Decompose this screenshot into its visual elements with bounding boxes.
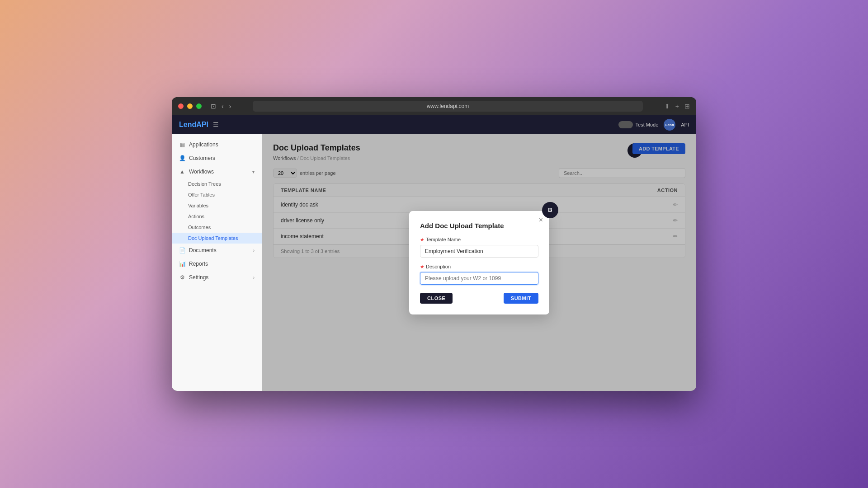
sidebar-item-documents[interactable]: 📄 Documents › [172, 244, 262, 257]
sidebar-subitem-variables[interactable]: Variables [172, 200, 262, 211]
description-input[interactable] [420, 272, 538, 285]
reports-icon: 📊 [179, 261, 185, 267]
sidebar-item-label: Reports [189, 261, 208, 267]
maximize-window-button[interactable] [196, 103, 202, 109]
actions-label: Actions [188, 214, 204, 219]
user-initials: Lend [665, 123, 674, 127]
app-header: LendAPI ☰ Test Mode Lend API [172, 115, 696, 134]
modal-close-btn[interactable]: CLOSE [420, 293, 453, 304]
sidebar-subitem-actions[interactable]: Actions [172, 211, 262, 222]
sidebar: ▦ Applications 👤 Customers ▲ Workflows ▾… [172, 134, 262, 391]
minimize-window-button[interactable] [187, 103, 193, 109]
workflows-chevron-icon: ▾ [252, 169, 255, 174]
logo-lend: Lend [179, 121, 196, 128]
content-area: Doc Upload Templates Workflows / Doc Upl… [262, 134, 696, 391]
sidebar-item-reports[interactable]: 📊 Reports [172, 257, 262, 271]
applications-icon: ▦ [179, 141, 185, 148]
variables-label: Variables [188, 203, 208, 208]
template-name-label: ★ Template Name [420, 237, 538, 243]
offer-tables-label: Offer Tables [188, 192, 215, 197]
template-name-group: ★ Template Name [420, 237, 538, 258]
url-bar[interactable]: www.lendapi.com [253, 101, 642, 112]
sidebar-toggle-icon[interactable]: ⊡ [211, 103, 216, 110]
share-icon[interactable]: ⬆ [665, 103, 670, 110]
description-group: ★ Description [420, 264, 538, 285]
new-tab-icon[interactable]: + [675, 103, 679, 110]
extensions-icon[interactable]: ⊞ [684, 103, 690, 110]
sidebar-subitem-doc-upload-templates[interactable]: Doc Upload Templates [172, 233, 262, 244]
back-button[interactable]: ‹ [222, 103, 224, 110]
customers-icon: 👤 [179, 155, 185, 161]
sidebar-item-customers[interactable]: 👤 Customers [172, 151, 262, 165]
settings-icon: ⚙ [179, 274, 185, 281]
user-name: API [681, 122, 689, 127]
sidebar-subitem-outcomes[interactable]: Outcomes [172, 222, 262, 233]
description-label: ★ Description [420, 264, 538, 270]
toggle-switch[interactable] [618, 121, 633, 128]
workflows-icon: ▲ [179, 169, 185, 175]
hamburger-menu-button[interactable]: ☰ [213, 121, 219, 128]
required-star: ★ [420, 264, 425, 270]
header-right: Test Mode Lend API [618, 119, 689, 131]
browser-actions: ⬆ + ⊞ [665, 103, 690, 110]
app-logo: LendAPI [179, 121, 208, 129]
documents-icon: 📄 [179, 247, 185, 253]
decision-trees-label: Decision Trees [188, 181, 221, 187]
modal-overlay: B × Add Doc Upload Template ★ Template N… [262, 134, 696, 391]
sidebar-subitem-offer-tables[interactable]: Offer Tables [172, 189, 262, 200]
modal-close-button[interactable]: × [539, 216, 543, 224]
sidebar-item-label: Workflows [189, 169, 214, 175]
logo-api: API [196, 121, 208, 128]
documents-chevron-icon: › [253, 248, 255, 253]
sidebar-item-applications[interactable]: ▦ Applications [172, 138, 262, 151]
sidebar-item-label: Documents [189, 247, 217, 253]
test-mode-toggle[interactable]: Test Mode [618, 121, 659, 128]
avatar-b: B [542, 202, 558, 218]
user-avatar: Lend [664, 119, 675, 131]
doc-upload-templates-label: Doc Upload Templates [188, 235, 238, 241]
sidebar-item-workflows[interactable]: ▲ Workflows ▾ [172, 165, 262, 178]
main-layout: ▦ Applications 👤 Customers ▲ Workflows ▾… [172, 134, 696, 391]
forward-button[interactable]: › [229, 103, 231, 110]
sidebar-subitem-decision-trees[interactable]: Decision Trees [172, 178, 262, 189]
template-name-input[interactable] [420, 245, 538, 258]
browser-titlebar: ⊡ ‹ › www.lendapi.com ⬆ + ⊞ [172, 97, 696, 115]
browser-window: ⊡ ‹ › www.lendapi.com ⬆ + ⊞ LendAPI ☰ [172, 97, 696, 391]
sidebar-item-label: Settings [189, 274, 208, 281]
sidebar-item-label: Customers [189, 155, 215, 161]
browser-controls: ⊡ ‹ › [211, 103, 231, 110]
modal-dialog: B × Add Doc Upload Template ★ Template N… [409, 211, 549, 314]
required-star: ★ [420, 237, 425, 243]
settings-chevron-icon: › [253, 275, 255, 280]
modal-submit-btn[interactable]: SUBMIT [504, 293, 538, 304]
outcomes-label: Outcomes [188, 225, 211, 230]
sidebar-item-label: Applications [189, 141, 218, 148]
test-mode-label: Test Mode [636, 122, 659, 127]
sidebar-item-settings[interactable]: ⚙ Settings › [172, 271, 262, 284]
modal-footer: CLOSE SUBMIT [420, 293, 538, 304]
modal-title: Add Doc Upload Template [420, 222, 538, 230]
browser-content: LendAPI ☰ Test Mode Lend API ▦ [172, 115, 696, 391]
close-window-button[interactable] [178, 103, 184, 109]
url-text: www.lendapi.com [427, 103, 469, 109]
